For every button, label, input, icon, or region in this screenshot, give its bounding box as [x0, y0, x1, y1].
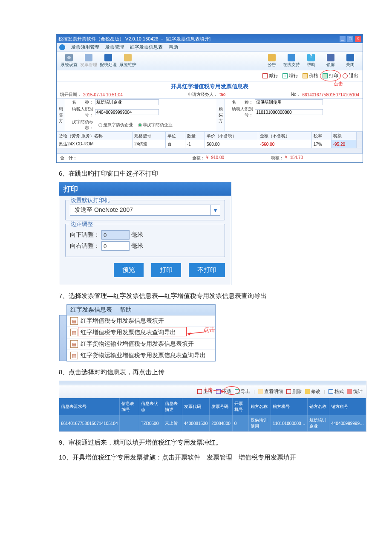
click-annotation: 点击	[203, 387, 213, 393]
person-icon	[288, 54, 295, 61]
default-printer-legend: 设置默认打印机	[69, 197, 111, 204]
col-desc: 信息表描述	[163, 398, 182, 415]
seller-taxid-input[interactable]	[95, 109, 159, 115]
action-exit[interactable]: 退出	[343, 72, 358, 79]
applicant-value: tao	[219, 92, 225, 97]
toolbar-sys-maint[interactable]: 系统维护	[118, 54, 138, 68]
no-label: No：	[291, 92, 301, 98]
col-invcode: 发票代码	[182, 398, 210, 415]
tax-value: ¥ -154.70	[285, 155, 303, 161]
menubar: 发票领用管理 发票管理 红字发票信息表 帮助	[57, 43, 363, 52]
col-invno: 发票号码	[210, 398, 233, 415]
tax-label: 税额：	[271, 155, 284, 161]
printer-icon	[323, 73, 328, 78]
edit-button[interactable]: 修改	[305, 388, 320, 395]
margin-down-unit: 毫米	[131, 231, 143, 239]
step-7-text: 7、选择发票管理—红字发票信息表—红字增值税专用发票信息表查询导出	[59, 292, 372, 300]
format-button[interactable]: 格式	[329, 388, 344, 395]
arrow-left-icon	[346, 54, 354, 61]
menu-item[interactable]: 帮助	[169, 44, 178, 50]
menu-item-fill[interactable]: ▤红字增值税专用发票信息表填开	[67, 315, 215, 327]
default-printer-fieldset: 设置默认打印机 发送至 OneNote 2007 ▾	[65, 200, 225, 220]
calendar-icon	[85, 54, 92, 61]
action-remove-row[interactable]: −减行	[262, 72, 278, 79]
minimize-button[interactable]: _	[340, 36, 346, 42]
menu-item-freight-query[interactable]: ▤红字货物运输业增值税专用发票信息表查询导出	[67, 350, 215, 361]
price-icon	[303, 73, 308, 78]
menu-tab-help[interactable]: 帮助	[120, 306, 132, 313]
delete-button[interactable]: 删除	[286, 388, 302, 395]
scroll-up-icon[interactable]	[357, 132, 363, 140]
col-buyer-tax: 购方税号	[271, 398, 307, 415]
noprint-button[interactable]: 不打印	[189, 263, 225, 277]
menu-item[interactable]: 红字发票信息表	[130, 44, 163, 50]
menu-tabs: 红字发票信息表 帮助	[67, 305, 215, 315]
info-table: 信息表流水号 信息表编号 信息表状态 信息表描述 发票代码 发票号码 开票机号 …	[59, 398, 366, 431]
toolbar-announce[interactable]: 公告	[262, 54, 282, 68]
window-title: 税控发票开票软件（金税盘版） V2.0.10.150426 － [红字发票信息表…	[58, 36, 210, 42]
action-print[interactable]: 打印	[323, 72, 338, 79]
printer-selected: 发送至 OneNote 2007	[70, 206, 210, 214]
menu-item-freight-fill[interactable]: ▤红字货物运输业增值税专用发票信息表填开	[67, 338, 215, 350]
stats-button[interactable]: 统计	[347, 388, 363, 395]
main-toolbar: 系统设置 发票管理 报税处理 系统维护 公告 在线支持 ?帮助 锁屏 关闭	[57, 52, 363, 70]
window-titlebar: 税控发票开票软件（金税盘版） V2.0.10.150426 － [红字发票信息表…	[57, 35, 363, 43]
close-button[interactable]: ×	[355, 36, 361, 42]
toolbar-tax-report[interactable]: 报税处理	[98, 54, 118, 68]
arrow-icon	[213, 389, 225, 393]
col-price: 单价（不含税）	[205, 132, 258, 140]
preview-button[interactable]: 预览	[114, 263, 144, 277]
radio-hanzi-no[interactable]: 非汉字防伪企业	[138, 122, 173, 128]
col-buyer: 购方名称	[249, 398, 271, 415]
toolbar-invoice-mgmt[interactable]: 发票管理	[79, 54, 98, 68]
click-annotation: 点击	[334, 81, 343, 87]
col-status: 信息表状态	[139, 398, 163, 415]
action-bar: −减行 +增行 价格 打印 退出	[57, 70, 363, 81]
fill-date-value: 2015-07-14 10:51:04	[83, 92, 123, 97]
radio-icon	[138, 123, 142, 127]
detail-button[interactable]: 查看明细	[258, 388, 283, 395]
menu-tab-red[interactable]: 红字发票信息表	[70, 306, 112, 313]
table-row[interactable]: 奥达24X CD-ROM 24倍速 台 -1 560.00 -560.00 17…	[57, 140, 363, 148]
action-add-row[interactable]: +增行	[282, 72, 298, 79]
gear-icon	[65, 54, 73, 61]
toolbar-lock[interactable]: 锁屏	[321, 54, 340, 68]
seller-side-label: 销售方	[57, 99, 65, 131]
svg-marker-1	[187, 332, 190, 335]
upload-icon	[197, 389, 202, 394]
radio-hanzi-yes[interactable]: 是汉字防伪企业	[98, 122, 133, 128]
upload-toolbar: 上传 下载 导出 | 查看明细 删除 修改 | 格式 统计	[59, 385, 366, 398]
form-icon: ▤	[70, 352, 78, 359]
toolbar-help[interactable]: ?帮助	[301, 54, 321, 68]
buyer-name-input[interactable]	[255, 99, 323, 105]
buyer-taxid-input[interactable]	[255, 109, 323, 115]
step-6-text: 6、在跳出旳打印窗口中选择不打印	[59, 170, 384, 178]
scroll-down-icon[interactable]	[57, 148, 363, 153]
window-buttons: _ □ ×	[339, 36, 361, 42]
print-button[interactable]: 打印	[151, 263, 181, 277]
main-app-window: 税控发票开票软件（金税盘版） V2.0.10.150426 － [红字发票信息表…	[56, 34, 363, 163]
titlebar-stub	[59, 381, 366, 385]
menu-item[interactable]: 发票管理	[105, 44, 124, 50]
form-icon: ▤	[70, 317, 78, 325]
toolbar-close[interactable]: 关闭	[340, 54, 360, 68]
print-dialog-title: 打印	[59, 182, 231, 196]
toolbar-support[interactable]: 在线支持	[282, 54, 301, 68]
plus-icon: +	[282, 73, 288, 78]
toolbar-system-setting[interactable]: 系统设置	[59, 54, 79, 68]
arrow-icon	[187, 330, 204, 335]
action-price[interactable]: 价格	[303, 72, 318, 79]
seller-name-input[interactable]	[95, 99, 159, 105]
margin-down-input[interactable]: 0	[101, 230, 130, 240]
printer-combo[interactable]: 发送至 OneNote 2007 ▾	[70, 205, 220, 216]
click-annotation: 点击	[203, 326, 215, 334]
app-logo-icon	[59, 44, 65, 50]
menu-item[interactable]: 发票领用管理	[71, 44, 99, 50]
margin-right-input[interactable]: 0	[101, 241, 130, 251]
col-seller: 销方名称	[307, 398, 329, 415]
table-row[interactable]: 661401677580150714105104 TZD0500 未上传 440…	[59, 415, 366, 431]
help-icon: ?	[307, 54, 315, 61]
margin-down-label: 向下调整：	[70, 231, 100, 239]
margin-legend: 边距调整	[69, 220, 95, 228]
maximize-button[interactable]: □	[347, 36, 353, 42]
